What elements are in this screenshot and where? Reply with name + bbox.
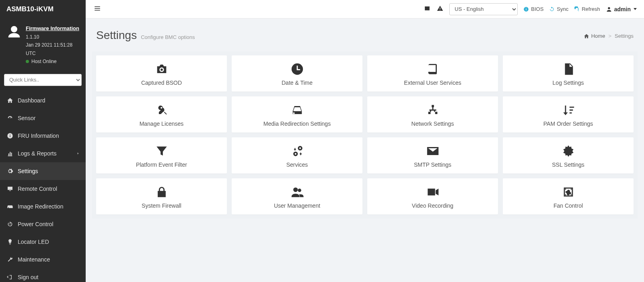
- sidebar-item-signout[interactable]: Sign out: [0, 268, 86, 282]
- home-icon: [6, 97, 14, 104]
- breadcrumb-current: Settings: [615, 33, 634, 39]
- breadcrumb: Home > Settings: [584, 33, 634, 39]
- brand-title: ASMB10-iKVM: [0, 0, 86, 18]
- quick-links-select[interactable]: Quick Links..: [4, 74, 82, 86]
- sidebar-item-label: Settings: [18, 168, 38, 174]
- main-area: US - English BIOS Sync Refresh admin Set…: [86, 0, 644, 282]
- host-status-text: Host Online: [31, 57, 57, 65]
- svg-rect-3: [10, 134, 10, 135]
- menu-toggle-icon[interactable]: [93, 5, 102, 13]
- file-icon: [561, 61, 576, 77]
- svg-point-12: [570, 194, 572, 196]
- card-platform-event-filter[interactable]: Platform Event Filter: [96, 137, 227, 174]
- card-fan-control[interactable]: Fan Control: [503, 178, 634, 215]
- alert-icon[interactable]: [436, 5, 444, 13]
- card-label: User Management: [274, 202, 320, 209]
- seal-icon: [561, 143, 576, 159]
- card-label: Network Settings: [412, 121, 454, 127]
- svg-point-10: [570, 189, 572, 190]
- fan-icon: [561, 184, 576, 200]
- card-external-user[interactable]: External User Services: [367, 55, 498, 92]
- chevron-right-icon: [76, 150, 80, 157]
- user-menu[interactable]: admin: [606, 6, 637, 12]
- camera-icon: [154, 61, 169, 77]
- card-pam-order[interactable]: PAM Order Settings: [503, 96, 634, 133]
- chart-icon: [6, 150, 14, 157]
- sidebar-item-label: Logs & Reports: [18, 150, 57, 157]
- card-ssl-settings[interactable]: SSL Settings: [503, 137, 634, 174]
- sidebar-item-settings[interactable]: Settings: [0, 162, 86, 180]
- topbar: US - English BIOS Sync Refresh admin: [86, 0, 644, 18]
- card-manage-licenses[interactable]: Manage Licenses: [96, 96, 227, 133]
- gears-icon: [290, 143, 305, 159]
- language-select[interactable]: US - English: [449, 3, 518, 15]
- page-subtitle: Configure BMC options: [141, 34, 195, 40]
- breadcrumb-sep: >: [608, 33, 611, 39]
- sidebar-item-image[interactable]: Image Redirection: [0, 198, 86, 215]
- sidebar-item-logs[interactable]: Logs & Reports: [0, 145, 86, 162]
- sort-icon: [561, 102, 576, 118]
- card-label: External User Services: [404, 80, 461, 86]
- info-icon: [6, 133, 14, 139]
- sidebar-item-sensor[interactable]: Sensor: [0, 109, 86, 127]
- card-network-settings[interactable]: Network Settings: [367, 96, 498, 133]
- card-system-firewall[interactable]: System Firewall: [96, 178, 227, 215]
- card-label: Platform Event Filter: [136, 161, 187, 168]
- monitor-icon: [6, 186, 14, 192]
- sidebar-item-label: Maintenance: [18, 256, 50, 263]
- svg-point-0: [11, 26, 17, 33]
- user-name: admin: [614, 6, 631, 12]
- sidebar-item-locator[interactable]: Locator LED: [0, 233, 86, 251]
- mail-icon[interactable]: [424, 6, 431, 12]
- card-label: Services: [286, 161, 308, 168]
- svg-point-9: [565, 189, 566, 190]
- refresh-label: Refresh: [582, 6, 600, 12]
- sidebar-item-fru[interactable]: FRU Information: [0, 127, 86, 145]
- breadcrumb-home[interactable]: Home: [584, 33, 605, 39]
- card-video-recording[interactable]: Video Recording: [367, 178, 498, 215]
- gauge-icon: [6, 115, 14, 121]
- card-captured-bsod[interactable]: Captured BSOD: [96, 55, 227, 92]
- card-label: SMTP Settings: [414, 161, 451, 168]
- power-icon: [6, 221, 14, 227]
- lock-icon: [154, 184, 169, 200]
- person-icon: [606, 6, 612, 12]
- breadcrumb-home-label: Home: [591, 33, 605, 39]
- firmware-info-link[interactable]: Firmware Information: [26, 24, 79, 33]
- sidebar-item-label: Image Redirection: [18, 203, 64, 210]
- refresh-link[interactable]: Refresh: [574, 6, 600, 12]
- settings-grid: Captured BSOD Date & Time External User …: [96, 55, 634, 215]
- sidebar-item-label: Sensor: [18, 115, 35, 121]
- signout-icon: [6, 274, 14, 280]
- card-media-redirection[interactable]: Media Redirection Settings: [232, 96, 362, 133]
- page-title: Settings: [96, 29, 137, 42]
- host-status-dot-icon: [26, 60, 29, 63]
- drive-icon: [290, 102, 305, 118]
- sync-link[interactable]: Sync: [549, 6, 568, 12]
- bios-link[interactable]: BIOS: [523, 6, 543, 12]
- sidebar-user-block: Firmware Information 1.1.10 Jan 29 2021 …: [0, 18, 86, 70]
- refresh-icon: [574, 6, 580, 12]
- sidebar-item-label: Remote Control: [18, 186, 57, 192]
- sidebar-item-power[interactable]: Power Control: [0, 215, 86, 233]
- card-date-time[interactable]: Date & Time: [232, 55, 362, 92]
- sidebar-item-label: FRU Information: [18, 133, 59, 139]
- card-log-settings[interactable]: Log Settings: [503, 55, 634, 92]
- page-head: Settings Configure BMC options Home > Se…: [86, 18, 644, 44]
- sidebar-item-remote[interactable]: Remote Control: [0, 180, 86, 198]
- card-smtp-settings[interactable]: SMTP Settings: [367, 137, 498, 174]
- card-label: Fan Control: [553, 202, 583, 209]
- settings-grid-wrap: Captured BSOD Date & Time External User …: [92, 51, 638, 219]
- card-label: Log Settings: [553, 80, 584, 86]
- sidebar-item-maintenance[interactable]: Maintenance: [0, 251, 86, 268]
- sidebar-item-label: Locator LED: [18, 239, 49, 245]
- key-icon: [154, 102, 169, 118]
- card-user-management[interactable]: User Management: [232, 178, 362, 215]
- sidebar-item-dashboard[interactable]: Dashboard: [0, 92, 86, 109]
- card-label: PAM Order Settings: [543, 121, 593, 127]
- card-label: System Firewall: [142, 202, 181, 209]
- card-services[interactable]: Services: [232, 137, 362, 174]
- envelope-icon: [425, 143, 440, 159]
- filter-icon: [154, 143, 169, 159]
- sidebar-item-label: Power Control: [18, 221, 53, 227]
